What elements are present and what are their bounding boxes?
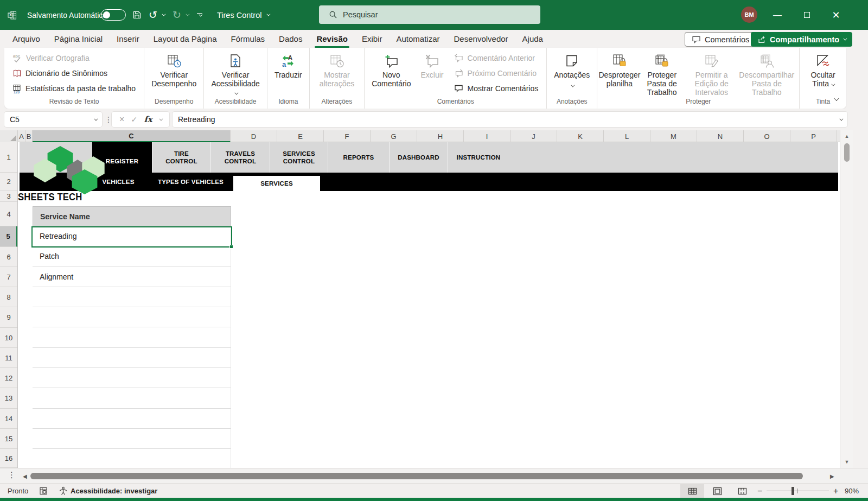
sheet-subtab-types-of-vehicles[interactable]: TYPES OF VEHICLES xyxy=(148,173,233,191)
name-box[interactable]: C5 xyxy=(4,112,102,127)
row-header-4[interactable]: 4 xyxy=(0,202,17,226)
row-header-14[interactable]: 14 xyxy=(0,409,17,429)
close-button[interactable]: ✕ xyxy=(826,0,846,30)
sheet-subtab-services[interactable]: SERVICES xyxy=(233,176,320,191)
scroll-right-icon[interactable]: ▶ xyxy=(830,473,834,479)
sheet-tab-instruction[interactable]: INSTRUCTION xyxy=(448,142,507,173)
sheet-tab-dashboard[interactable]: DASHBOARD xyxy=(389,142,448,173)
column-header-i[interactable]: I xyxy=(464,130,510,142)
menu-tab-exibir[interactable]: Exibir xyxy=(355,30,390,48)
column-header-c[interactable]: C xyxy=(33,130,231,142)
table-row-empty[interactable] xyxy=(33,409,231,429)
column-header-b[interactable]: B xyxy=(25,130,33,142)
insert-function-button[interactable]: fx xyxy=(144,115,152,124)
fill-handle[interactable] xyxy=(229,245,233,249)
maximize-button[interactable] xyxy=(796,0,817,30)
zoom-level[interactable]: 90% xyxy=(845,484,859,498)
row-header-3[interactable]: 3 xyxy=(0,191,17,202)
desproteger-planilha-button[interactable]: Desproteger planilha xyxy=(601,50,637,97)
formula-bar-handle[interactable]: ⋮ xyxy=(105,112,112,127)
column-header-k[interactable]: K xyxy=(557,130,604,142)
menu-tab-layout-da-pagina[interactable]: Layout da Página xyxy=(146,30,224,48)
search-input[interactable]: Pesquisar xyxy=(319,5,540,24)
mostrar-comentarios-button[interactable]: Mostrar Comentários xyxy=(450,81,542,96)
estatisticas-da-pasta-de-trabalho-button[interactable]: 123Estatísticas da pasta de trabalho xyxy=(8,81,140,96)
row-header-7[interactable]: 7 xyxy=(0,267,17,287)
column-header-n[interactable]: N xyxy=(697,130,744,142)
row-header-6[interactable]: 6 xyxy=(0,247,17,267)
traduzir-button[interactable]: aATraduzir xyxy=(271,50,305,97)
row-header-1[interactable]: 1 xyxy=(0,142,17,173)
name-box-chevron-icon[interactable] xyxy=(94,117,98,121)
row-header-10[interactable]: 10 xyxy=(0,328,17,348)
row-header-11[interactable]: 11 xyxy=(0,348,17,368)
menu-tab-desenvolvedor[interactable]: Desenvolvedor xyxy=(447,30,515,48)
row-header-5[interactable]: 5 xyxy=(0,226,17,247)
column-header-f[interactable]: F xyxy=(324,130,371,142)
column-header-p[interactable]: P xyxy=(790,130,837,142)
row-header-16[interactable]: 16 xyxy=(0,449,17,468)
menu-tab-arquivo[interactable]: Arquivo xyxy=(5,30,47,48)
ocultar-tinta-button[interactable]: Ocultar Tinta xyxy=(803,50,843,97)
column-header-e[interactable]: E xyxy=(277,130,324,142)
fx-chevron-icon[interactable] xyxy=(159,117,163,121)
row-header-13[interactable]: 13 xyxy=(0,388,17,409)
row-header-15[interactable]: 15 xyxy=(0,429,17,449)
vertical-scroll-thumb[interactable] xyxy=(844,143,850,162)
scroll-down-icon[interactable]: ▼ xyxy=(840,459,853,465)
normal-view-button[interactable] xyxy=(680,484,704,498)
menu-tab-revisao[interactable]: Revisão xyxy=(309,30,355,48)
page-layout-view-button[interactable] xyxy=(705,484,729,498)
save-button[interactable] xyxy=(132,0,142,30)
sheet-tab-reports[interactable]: REPORTS xyxy=(328,142,389,173)
minimize-button[interactable]: — xyxy=(767,0,788,30)
novo-comentario-button[interactable]: Novo Comentário xyxy=(368,50,414,97)
undo-chevron-icon[interactable] xyxy=(162,0,164,30)
menu-tab-inserir[interactable]: Inserir xyxy=(110,30,146,48)
menu-tab-dados[interactable]: Dados xyxy=(272,30,309,48)
select-all-button[interactable] xyxy=(0,130,18,142)
accessibility-status[interactable]: Acessibilidade: investigar xyxy=(71,484,157,498)
horizontal-scroll-thumb[interactable] xyxy=(30,473,803,479)
column-header-o[interactable]: O xyxy=(744,130,790,142)
zoom-in-button[interactable]: + xyxy=(833,484,838,498)
verificar-acessibilidade-button[interactable]: Verificar Acessibilidade xyxy=(208,50,263,97)
table-row-empty[interactable] xyxy=(33,449,231,468)
table-row-empty[interactable] xyxy=(33,307,231,327)
zoom-out-button[interactable]: − xyxy=(757,484,762,498)
sheet-tab-handle[interactable]: ⋮ xyxy=(8,470,16,480)
column-header-a[interactable]: A xyxy=(18,130,25,142)
autosave-toggle[interactable] xyxy=(101,9,126,21)
document-title[interactable]: Tires Control xyxy=(217,0,269,30)
table-row-empty[interactable] xyxy=(33,429,231,449)
row-header-9[interactable]: 9 xyxy=(0,307,17,328)
share-button[interactable]: Compartilhamento xyxy=(751,32,852,47)
vertical-scrollbar[interactable]: ▲ ▼ xyxy=(840,130,853,468)
menu-tab-formulas[interactable]: Fórmulas xyxy=(224,30,272,48)
formula-expand-chevron-icon[interactable] xyxy=(839,117,843,121)
column-header-j[interactable]: J xyxy=(510,130,557,142)
table-row-alignment[interactable]: Alignment xyxy=(33,267,231,287)
comments-button[interactable]: Comentários xyxy=(685,32,756,47)
column-header-m[interactable]: M xyxy=(650,130,697,142)
column-header-g[interactable]: G xyxy=(371,130,417,142)
table-row-empty[interactable] xyxy=(33,287,231,307)
sheet-tab-services-control[interactable]: SERVICES CONTROL xyxy=(270,142,328,173)
formula-input[interactable]: Retreading xyxy=(173,112,847,127)
zoom-slider-thumb[interactable] xyxy=(792,487,794,495)
dicionario-de-sinonimos-button[interactable]: Dicionário de Sinônimos xyxy=(8,66,140,81)
row-header-8[interactable]: 8 xyxy=(0,287,17,307)
table-row-empty[interactable] xyxy=(33,368,231,388)
scroll-up-icon[interactable]: ▲ xyxy=(840,134,853,139)
proteger-pasta-de-trabalho-button[interactable]: Proteger Pasta de Trabalho xyxy=(639,50,685,97)
column-header-d[interactable]: D xyxy=(231,130,277,142)
menu-tab-pagina-inicial[interactable]: Página Inicial xyxy=(47,30,110,48)
column-header-l[interactable]: L xyxy=(604,130,650,142)
table-header-cell[interactable]: Service Name xyxy=(33,206,231,226)
table-row-empty[interactable] xyxy=(33,327,231,347)
menu-tab-ajuda[interactable]: Ajuda xyxy=(515,30,550,48)
quick-access-menu-icon[interactable] xyxy=(197,0,202,30)
verificar-desempenho-button[interactable]: Verificar Desempenho xyxy=(148,50,200,97)
table-row-patch[interactable]: Patch xyxy=(33,246,231,267)
menu-tab-automatizar[interactable]: Automatizar xyxy=(389,30,446,48)
